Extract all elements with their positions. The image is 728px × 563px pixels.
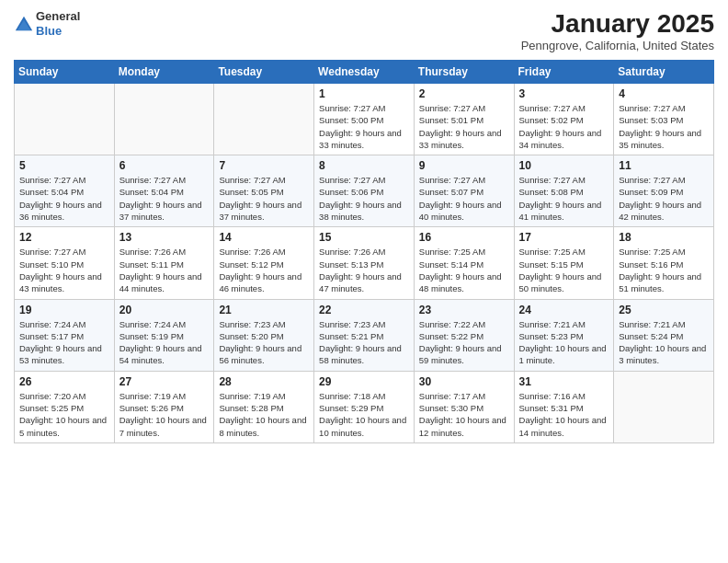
day-cell: 15Sunrise: 7:26 AMSunset: 5:13 PMDayligh…: [314, 227, 415, 299]
day-cell: 25Sunrise: 7:21 AMSunset: 5:24 PMDayligh…: [614, 299, 714, 371]
day-number: 20: [119, 304, 210, 316]
day-number: 17: [519, 231, 609, 244]
day-cell: [114, 84, 214, 155]
day-cell: 10Sunrise: 7:27 AMSunset: 5:08 PMDayligh…: [514, 155, 614, 227]
day-number: 27: [119, 375, 210, 388]
weekday-header-sunday: Sunday: [15, 61, 115, 84]
day-info: Sunrise: 7:18 AMSunset: 5:29 PMDaylight:…: [319, 390, 409, 439]
day-number: 8: [319, 159, 409, 172]
weekday-header-friday: Friday: [514, 61, 614, 84]
day-info: Sunrise: 7:16 AMSunset: 5:31 PMDaylight:…: [519, 390, 609, 439]
day-number: 13: [119, 231, 210, 244]
day-cell: 4Sunrise: 7:27 AMSunset: 5:03 PMDaylight…: [614, 84, 714, 155]
logo-icon: [14, 14, 34, 34]
day-cell: 14Sunrise: 7:26 AMSunset: 5:12 PMDayligh…: [214, 227, 314, 299]
day-number: 26: [19, 375, 109, 388]
day-number: 15: [319, 231, 409, 244]
day-info: Sunrise: 7:27 AMSunset: 5:10 PMDaylight:…: [19, 246, 109, 294]
day-info: Sunrise: 7:21 AMSunset: 5:24 PMDaylight:…: [619, 318, 709, 367]
weekday-header-row: SundayMondayTuesdayWednesdayThursdayFrid…: [15, 61, 714, 84]
day-number: 28: [219, 375, 309, 388]
day-info: Sunrise: 7:26 AMSunset: 5:11 PMDaylight:…: [119, 246, 210, 294]
day-cell: 17Sunrise: 7:25 AMSunset: 5:15 PMDayligh…: [514, 227, 614, 299]
day-cell: 12Sunrise: 7:27 AMSunset: 5:10 PMDayligh…: [15, 227, 115, 299]
day-info: Sunrise: 7:24 AMSunset: 5:17 PMDaylight:…: [19, 318, 109, 367]
week-row-1: 1Sunrise: 7:27 AMSunset: 5:00 PMDaylight…: [15, 84, 714, 155]
day-info: Sunrise: 7:27 AMSunset: 5:02 PMDaylight:…: [519, 102, 609, 151]
day-info: Sunrise: 7:25 AMSunset: 5:16 PMDaylight:…: [619, 246, 709, 294]
month-title: January 2025: [521, 9, 714, 39]
day-number: 29: [319, 375, 409, 388]
day-cell: 28Sunrise: 7:19 AMSunset: 5:28 PMDayligh…: [214, 371, 314, 442]
day-info: Sunrise: 7:26 AMSunset: 5:13 PMDaylight:…: [319, 246, 409, 294]
day-number: 10: [519, 159, 609, 172]
day-info: Sunrise: 7:27 AMSunset: 5:04 PMDaylight:…: [119, 174, 210, 223]
day-number: 22: [319, 304, 409, 316]
day-number: 9: [419, 159, 509, 172]
day-number: 21: [219, 304, 309, 316]
day-number: 2: [419, 87, 509, 100]
day-cell: 11Sunrise: 7:27 AMSunset: 5:09 PMDayligh…: [614, 155, 714, 227]
page: General Blue January 2025 Penngrove, Cal…: [0, 0, 728, 457]
day-number: 3: [519, 87, 609, 100]
day-info: Sunrise: 7:22 AMSunset: 5:22 PMDaylight:…: [419, 318, 509, 367]
day-cell: 1Sunrise: 7:27 AMSunset: 5:00 PMDaylight…: [314, 84, 415, 155]
weekday-header-wednesday: Wednesday: [314, 61, 415, 84]
day-cell: 27Sunrise: 7:19 AMSunset: 5:26 PMDayligh…: [114, 371, 214, 442]
day-cell: 7Sunrise: 7:27 AMSunset: 5:05 PMDaylight…: [214, 155, 314, 227]
logo-blue-text: Blue: [36, 24, 62, 38]
day-cell: 16Sunrise: 7:25 AMSunset: 5:14 PMDayligh…: [414, 227, 514, 299]
day-info: Sunrise: 7:27 AMSunset: 5:08 PMDaylight:…: [519, 174, 609, 223]
calendar-table: SundayMondayTuesdayWednesdayThursdayFrid…: [14, 60, 714, 443]
day-cell: 22Sunrise: 7:23 AMSunset: 5:21 PMDayligh…: [314, 299, 415, 371]
logo: General Blue: [14, 9, 80, 38]
day-cell: 24Sunrise: 7:21 AMSunset: 5:23 PMDayligh…: [514, 299, 614, 371]
day-info: Sunrise: 7:27 AMSunset: 5:09 PMDaylight:…: [619, 174, 709, 223]
logo-general-text: General: [36, 9, 80, 23]
day-info: Sunrise: 7:27 AMSunset: 5:03 PMDaylight:…: [619, 102, 709, 151]
day-info: Sunrise: 7:25 AMSunset: 5:14 PMDaylight:…: [419, 246, 509, 294]
week-row-3: 12Sunrise: 7:27 AMSunset: 5:10 PMDayligh…: [15, 227, 714, 299]
weekday-header-monday: Monday: [114, 61, 214, 84]
week-row-2: 5Sunrise: 7:27 AMSunset: 5:04 PMDaylight…: [15, 155, 714, 227]
day-number: 24: [519, 304, 609, 316]
weekday-header-saturday: Saturday: [614, 61, 714, 84]
week-row-5: 26Sunrise: 7:20 AMSunset: 5:25 PMDayligh…: [15, 371, 714, 442]
day-info: Sunrise: 7:27 AMSunset: 5:05 PMDaylight:…: [219, 174, 309, 223]
day-info: Sunrise: 7:27 AMSunset: 5:06 PMDaylight:…: [319, 174, 409, 223]
location-text: Penngrove, California, United States: [521, 39, 714, 52]
day-number: 14: [219, 231, 309, 244]
day-info: Sunrise: 7:25 AMSunset: 5:15 PMDaylight:…: [519, 246, 609, 294]
day-cell: 3Sunrise: 7:27 AMSunset: 5:02 PMDaylight…: [514, 84, 614, 155]
day-info: Sunrise: 7:17 AMSunset: 5:30 PMDaylight:…: [419, 390, 509, 439]
day-cell: 21Sunrise: 7:23 AMSunset: 5:20 PMDayligh…: [214, 299, 314, 371]
day-cell: 23Sunrise: 7:22 AMSunset: 5:22 PMDayligh…: [414, 299, 514, 371]
day-cell: 6Sunrise: 7:27 AMSunset: 5:04 PMDaylight…: [114, 155, 214, 227]
day-cell: 13Sunrise: 7:26 AMSunset: 5:11 PMDayligh…: [114, 227, 214, 299]
day-info: Sunrise: 7:19 AMSunset: 5:28 PMDaylight:…: [219, 390, 309, 439]
day-number: 31: [519, 375, 609, 388]
day-info: Sunrise: 7:27 AMSunset: 5:07 PMDaylight:…: [419, 174, 509, 223]
day-cell: 20Sunrise: 7:24 AMSunset: 5:19 PMDayligh…: [114, 299, 214, 371]
weekday-header-thursday: Thursday: [414, 61, 514, 84]
day-info: Sunrise: 7:24 AMSunset: 5:19 PMDaylight:…: [119, 318, 210, 367]
day-number: 18: [619, 231, 709, 244]
day-cell: 26Sunrise: 7:20 AMSunset: 5:25 PMDayligh…: [15, 371, 115, 442]
day-cell: [15, 84, 115, 155]
day-info: Sunrise: 7:23 AMSunset: 5:20 PMDaylight:…: [219, 318, 309, 367]
day-number: 11: [619, 159, 709, 172]
day-info: Sunrise: 7:21 AMSunset: 5:23 PMDaylight:…: [519, 318, 609, 367]
day-number: 19: [19, 304, 109, 316]
day-cell: 5Sunrise: 7:27 AMSunset: 5:04 PMDaylight…: [15, 155, 115, 227]
day-number: 30: [419, 375, 509, 388]
day-info: Sunrise: 7:23 AMSunset: 5:21 PMDaylight:…: [319, 318, 409, 367]
day-number: 4: [619, 87, 709, 100]
day-number: 16: [419, 231, 509, 244]
logo-text: General Blue: [36, 9, 80, 38]
day-number: 5: [19, 159, 109, 172]
day-number: 7: [219, 159, 309, 172]
day-cell: 2Sunrise: 7:27 AMSunset: 5:01 PMDaylight…: [414, 84, 514, 155]
day-number: 23: [419, 304, 509, 316]
day-number: 25: [619, 304, 709, 316]
day-cell: [214, 84, 314, 155]
